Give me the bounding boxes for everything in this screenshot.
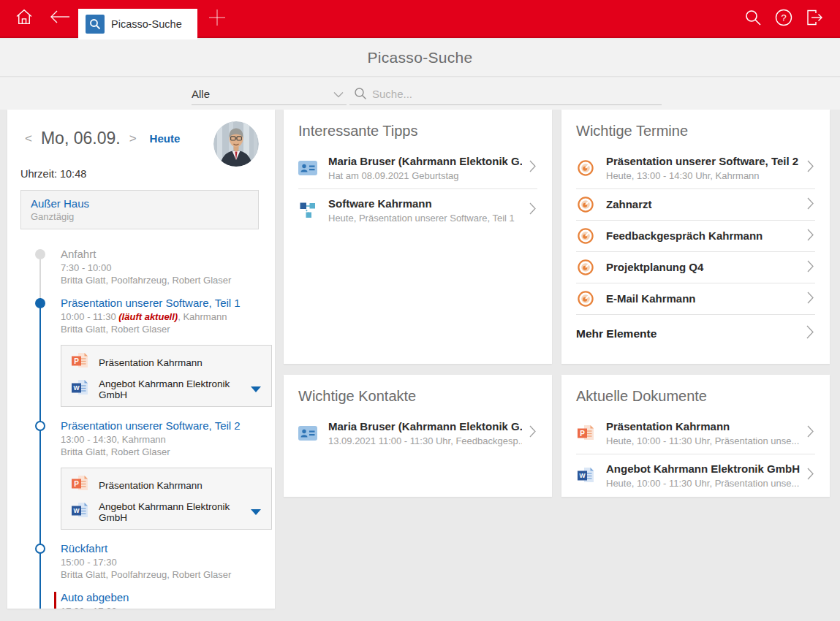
agenda-panel: < Mo, 06.09. > Heute xyxy=(7,110,275,609)
allday-subtitle: Ganztägig xyxy=(31,211,249,222)
contacts-panel-title: Wichtige Kontakte xyxy=(298,388,537,405)
document-item[interactable]: W Angebot Kahrmann Elektronik GmbH Heute… xyxy=(576,454,815,496)
powerpoint-icon: P xyxy=(72,476,88,495)
appointment-item[interactable]: Projektplanung Q4 xyxy=(576,251,815,283)
chevron-right-icon xyxy=(807,229,814,244)
contacts-panel: Wichtige Kontakte Maria Bruser (Kahrmann… xyxy=(284,375,552,497)
home-button[interactable] xyxy=(9,0,39,37)
appointment-link[interactable]: Präsentation unserer Software, Teil 1 xyxy=(61,296,259,310)
allday-title: Außer Haus xyxy=(31,197,249,210)
back-button[interactable] xyxy=(44,0,75,37)
search-tab-icon xyxy=(86,15,105,34)
date-label: Mo, 06.09. xyxy=(41,129,121,148)
chevron-right-icon xyxy=(807,425,814,441)
global-search-button[interactable] xyxy=(738,0,768,38)
logout-button[interactable] xyxy=(799,0,830,38)
svg-text:W: W xyxy=(73,507,80,514)
appointment-time: 17:00 - 17:30 xyxy=(61,605,259,609)
document-dropdown-arrow[interactable] xyxy=(251,509,261,515)
appointment-time: 13:00 - 14:30, Kahrmann xyxy=(61,433,259,446)
help-button[interactable]: ? xyxy=(768,0,799,38)
appointment-title: Präsentation unserer Software, Teil 2 xyxy=(606,154,800,169)
appointment-people: Britta Glatt, Poolfahrzeug, Robert Glase… xyxy=(61,568,259,581)
appointment-item[interactable]: Zahnarzt xyxy=(576,188,815,220)
search-input[interactable] xyxy=(372,88,662,100)
chevron-right-icon xyxy=(529,160,536,175)
more-items-button[interactable]: Mehr Elemente xyxy=(576,314,815,349)
document-title: Präsentation Kahrmann xyxy=(606,419,800,434)
chevron-down-icon xyxy=(333,88,344,101)
chevron-right-icon xyxy=(806,325,814,342)
today-link[interactable]: Heute xyxy=(150,132,181,145)
attached-documents-card: P Präsentation Kahrmann W Angebot Kahrma… xyxy=(61,345,272,407)
chevron-right-icon xyxy=(529,425,536,441)
appointment-time: 7:30 - 10:00 xyxy=(61,262,259,274)
appointment-icon xyxy=(576,291,595,307)
document-row[interactable]: P Präsentation Kahrmann xyxy=(72,354,261,371)
document-row[interactable]: W Angebot Kahrmann Elektronik GmbH xyxy=(72,381,261,398)
appointment-item[interactable]: Feedbackgespräch Kahrmann xyxy=(576,220,815,251)
search-icon xyxy=(743,8,763,30)
timeline-item-anfahrt: Anfahrt 7:30 - 10:00 Britta Glatt, Poolf… xyxy=(20,247,259,286)
avatar[interactable] xyxy=(213,121,259,167)
powerpoint-icon: P xyxy=(576,425,595,441)
contact-title: Maria Bruser (Kahrmann Elektonik G... xyxy=(328,419,522,434)
allday-appointment[interactable]: Außer Haus Ganztägig xyxy=(20,190,259,229)
tip-subtitle: Heute, Präsentation unserer Software, Te… xyxy=(328,213,522,224)
document-dropdown-arrow[interactable] xyxy=(251,386,261,392)
timeline-dot-future xyxy=(35,421,45,431)
document-label: Angebot Kahrmann Elektronik GmbH xyxy=(99,501,251,523)
current-time-label: Uhrzeit: 10:48 xyxy=(20,168,259,180)
contact-subtitle: 13.09.2021 11:00 - 11:30 Uhr, Feedbackge… xyxy=(328,435,522,446)
appointment-icon xyxy=(576,197,595,213)
svg-text:?: ? xyxy=(781,12,786,23)
appointment-link[interactable]: Rückfahrt xyxy=(61,541,259,556)
contact-item[interactable]: Maria Bruser (Kahrmann Elektonik G... 13… xyxy=(298,412,537,454)
timeline-item-auto-abgeben: Auto abgeben 17:00 - 17:30 Poolfahrzeug,… xyxy=(20,590,259,609)
word-icon: W xyxy=(576,468,595,484)
filter-dropdown[interactable]: Alle xyxy=(192,83,347,105)
time-text: 10:00 - 11:30 xyxy=(61,311,118,322)
svg-text:W: W xyxy=(73,384,80,392)
home-icon xyxy=(14,7,34,30)
tab-picasso-suche[interactable]: Picasso-Suche xyxy=(78,9,197,39)
product-structure-icon xyxy=(298,202,317,218)
timeline: Anfahrt 7:30 - 10:00 Britta Glatt, Poolf… xyxy=(20,247,259,609)
appointment-icon xyxy=(576,259,595,275)
document-label: Präsentation Kahrmann xyxy=(99,357,203,368)
back-arrow-icon xyxy=(47,8,72,28)
tip-item-software[interactable]: Software Kahrmann Heute, Präsentation un… xyxy=(298,188,537,231)
documents-panel-title: Aktuelle Dokumente xyxy=(576,388,815,405)
appointments-list: Präsentation unserer Software, Teil 2 He… xyxy=(576,147,815,314)
timeline-item-teil2: Präsentation unserer Software, Teil 2 13… xyxy=(20,419,259,458)
appointment-item[interactable]: E-Mail Kahrmann xyxy=(576,283,815,314)
appointment-link[interactable]: Auto abgeben xyxy=(61,590,259,605)
prev-day-button[interactable]: < xyxy=(20,131,37,146)
document-row[interactable]: W Angebot Kahrmann Elektronik GmbH xyxy=(72,503,261,521)
appointment-icon xyxy=(576,160,595,176)
tip-title: Software Kahrmann xyxy=(328,197,522,211)
svg-text:P: P xyxy=(74,480,79,488)
running-flag: (läuft aktuell) xyxy=(118,311,178,322)
document-item[interactable]: P Präsentation Kahrmann Heute, 10:00 - 1… xyxy=(576,412,815,454)
document-row[interactable]: P Präsentation Kahrmann xyxy=(72,476,261,494)
chevron-right-icon xyxy=(807,160,814,175)
appointment-link[interactable]: Anfahrt xyxy=(61,247,259,262)
appointment-title: Projektplanung Q4 xyxy=(606,260,800,275)
contact-card-icon xyxy=(298,426,317,441)
help-icon: ? xyxy=(774,8,793,30)
tip-title: Maria Bruser (Kahrmann Elektonik G... xyxy=(328,154,522,169)
appointment-time: 10:00 - 11:30 (läuft aktuell), Kahrmann xyxy=(61,310,259,323)
appointment-people: Britta Glatt, Robert Glaser xyxy=(61,323,259,335)
filter-value: Alle xyxy=(192,88,210,100)
appointment-subtitle: Heute, 13:00 - 14:30 Uhr, Kahrmann xyxy=(606,170,800,181)
appointment-people: Britta Glatt, Poolfahrzeug, Robert Glase… xyxy=(61,274,259,286)
tip-item-contact[interactable]: Maria Bruser (Kahrmann Elektonik G... Ha… xyxy=(298,147,537,188)
appointment-item[interactable]: Präsentation unserer Software, Teil 2 He… xyxy=(576,147,815,188)
search-field-wrap xyxy=(349,83,662,105)
appointment-link[interactable]: Präsentation unserer Software, Teil 2 xyxy=(61,419,259,433)
next-day-button[interactable]: > xyxy=(125,131,141,146)
new-tab-button[interactable] xyxy=(202,0,232,38)
chevron-right-icon xyxy=(529,202,536,218)
word-icon: W xyxy=(72,503,88,522)
